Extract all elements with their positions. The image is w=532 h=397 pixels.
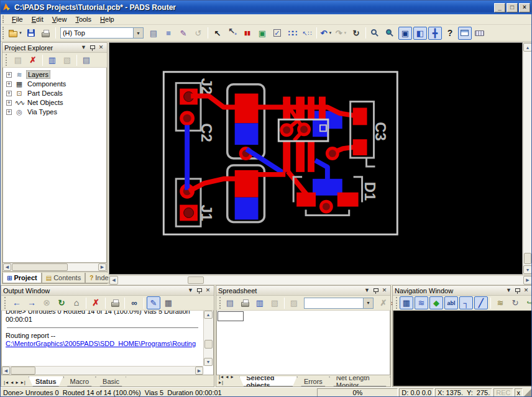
board-flip-button[interactable]: ◧ [413, 27, 427, 40]
menu-file[interactable]: File [7, 15, 27, 24]
scroll-thumb[interactable] [188, 276, 204, 284]
tab-selected-objects[interactable]: Selected objects [239, 376, 297, 386]
expand-icon[interactable]: + [6, 72, 12, 78]
tab-basic[interactable]: Basic [96, 376, 126, 386]
print-button[interactable] [39, 27, 53, 40]
fanout-button[interactable]: ∷∷ [285, 27, 299, 40]
component-c2[interactable] [227, 84, 265, 160]
expand-icon[interactable]: + [6, 91, 12, 96]
menu-help[interactable]: Help [96, 15, 119, 24]
print-log-button[interactable] [108, 296, 122, 309]
forward-button[interactable]: → [25, 296, 39, 309]
pan-button[interactable]: ╋ [428, 27, 442, 40]
tab-net-length-monitor[interactable]: Net Length Monitor [329, 376, 390, 386]
scroll-right-icon[interactable]: ▶ [98, 263, 106, 271]
panel-close-icon[interactable]: ✕ [380, 287, 388, 294]
tree-item-components[interactable]: + ▦ Components [4, 80, 105, 88]
pin-icon[interactable] [195, 287, 203, 294]
delete-item-button[interactable]: ✗ [26, 53, 40, 66]
select-fanout-button[interactable]: ↖∷ [300, 27, 314, 40]
scroll-left-icon[interactable]: ◀ [3, 263, 11, 271]
panel-menu-icon[interactable]: ▼ [186, 287, 195, 294]
nav-components-button[interactable]: ▦ [400, 296, 413, 309]
menu-edit[interactable]: Edit [27, 15, 48, 24]
nav-export-button[interactable]: ↪ [523, 296, 532, 309]
nav-diagonal-route-button[interactable]: ╱ [474, 296, 488, 309]
sheet-filter-button[interactable]: ▨ [287, 296, 301, 309]
sheet-properties-button[interactable]: ▤ [223, 296, 237, 309]
canvas-hscrollbar[interactable]: ◀ ▶ [109, 275, 532, 285]
tree-item-label[interactable]: Net Objects [26, 99, 64, 106]
minimize-button[interactable]: _ [494, 3, 505, 12]
status-close-button[interactable]: x [515, 388, 523, 397]
tab-status[interactable]: Status [29, 376, 63, 386]
tab-contents[interactable]: ▤Contents [42, 273, 85, 283]
report-link[interactable]: C:\MentorGraphics\2005PADS\SDD_HOME\Prog… [6, 340, 196, 347]
session-rotate-button[interactable]: ↺ [191, 27, 205, 40]
keyboard-button[interactable] [473, 27, 487, 40]
tab-errors[interactable]: Errors [297, 376, 329, 386]
window-mode-button[interactable] [458, 27, 472, 40]
select-route-button[interactable]: ↖ [211, 27, 224, 40]
scroll-right-icon[interactable]: ▶ [523, 276, 532, 285]
find-button[interactable]: ∞ [127, 296, 141, 309]
resize-grip[interactable] [523, 388, 532, 397]
save-button[interactable] [24, 27, 38, 40]
spreadsheet-cell[interactable] [218, 311, 244, 321]
tree-item-part-decals[interactable]: + ⊡ Part Decals [4, 89, 105, 98]
stop-button[interactable]: ⊗ [40, 296, 53, 309]
tab-project[interactable]: ⊞Project [2, 273, 42, 283]
nav-layers-button[interactable]: ≋ [493, 296, 507, 309]
pin-icon[interactable] [88, 44, 96, 52]
item-properties-button[interactable]: ▤ [80, 53, 93, 66]
clear-button[interactable]: ✗ [89, 296, 103, 309]
layer-combo-value[interactable]: (H) Top [60, 27, 134, 39]
scroll-left-icon[interactable]: ◀ [2, 367, 10, 375]
dec-route-button[interactable]: ↖ᴰ [226, 27, 239, 40]
pin-icon[interactable] [513, 287, 521, 294]
route-check-button[interactable]: ✓ [270, 27, 284, 40]
sheet-copy-button[interactable]: ▥ [253, 296, 267, 309]
expand-icon[interactable]: + [6, 109, 12, 115]
panel-close-icon[interactable]: ✕ [204, 287, 212, 294]
scroll-up-icon[interactable]: ▲ [204, 311, 213, 319]
open-button[interactable]: ▼ [8, 27, 23, 40]
nav-routes-button[interactable]: ≋ [415, 296, 428, 309]
open-dropdown-icon[interactable]: ▼ [19, 31, 22, 35]
column-combo-dropdown-icon[interactable]: ▼ [364, 298, 374, 309]
replay-button[interactable]: ↻ [349, 27, 363, 40]
component-mode-button[interactable]: ▣ [255, 27, 269, 40]
sheet-print-button[interactable] [238, 296, 252, 309]
undo-dropdown-icon[interactable]: ▼ [328, 31, 332, 35]
output-hscrollbar[interactable]: ◀ ▶ [2, 366, 203, 375]
layer-combo[interactable]: (H) Top ▼ [60, 27, 144, 39]
scroll-thumb[interactable] [524, 253, 531, 264]
scroll-down-icon[interactable]: ▼ [204, 358, 213, 366]
component-j2[interactable] [176, 83, 201, 131]
spreadsheet-grid[interactable] [216, 311, 390, 375]
paste-button[interactable]: ▧ [60, 53, 74, 66]
help-button[interactable]: ? [443, 27, 457, 40]
scroll-right-icon[interactable]: ▶ [195, 367, 203, 375]
explorer-hscrollbar[interactable]: ◀ ▶ [2, 263, 107, 272]
tree-item-label[interactable]: Components [26, 80, 67, 88]
undo-button[interactable]: ↶▼ [319, 27, 333, 40]
nav-labels-button[interactable]: abl [444, 296, 458, 309]
tab-scroll-arrows[interactable]: |◂ ◂ ▸ ▸| [219, 374, 237, 385]
navigation-view[interactable] [393, 311, 532, 386]
canvas-vscrollbar[interactable]: ▲ ▼ [523, 42, 532, 275]
grid-view-button[interactable]: ▦ [162, 296, 175, 309]
zoom-board-button[interactable] [383, 27, 397, 40]
scroll-thumb[interactable] [12, 263, 68, 271]
tree-item-layers[interactable]: + ≋ Layers [4, 70, 105, 79]
pcb-canvas[interactable]: J2 C2 [109, 42, 523, 275]
nav-corner-route-button[interactable]: ┐ [459, 296, 473, 309]
back-button[interactable]: ← [10, 296, 24, 309]
edit-log-button[interactable]: ✎ [147, 296, 160, 309]
panel-menu-icon[interactable]: ▼ [363, 287, 371, 294]
tree-item-label[interactable]: Part Decals [26, 89, 64, 97]
board-view-button[interactable]: ▣ [398, 27, 412, 40]
scroll-thumb[interactable] [11, 367, 35, 375]
verify-button[interactable]: ✎ [177, 27, 190, 40]
properties-button[interactable]: ▤ [147, 27, 160, 40]
